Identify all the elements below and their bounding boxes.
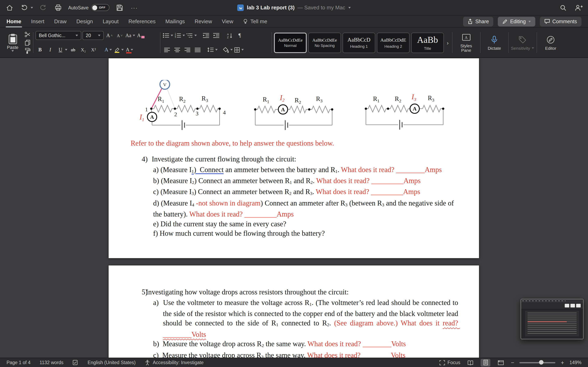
font-color-button[interactable]: A xyxy=(125,45,134,54)
editor-button[interactable]: Editor xyxy=(539,30,562,55)
language-indicator[interactable]: English (United States) xyxy=(87,360,136,365)
editing-mode-button[interactable]: Editing xyxy=(498,17,535,26)
document-title[interactable]: lab 3 Lab report (3) xyxy=(247,4,295,11)
style-no-spacing[interactable]: AaBbCcDdEe No Spacing xyxy=(308,33,341,53)
title-menu-chevron-icon[interactable] xyxy=(348,7,351,8)
paste-button[interactable]: Paste xyxy=(3,30,22,55)
undo-button[interactable] xyxy=(20,3,29,12)
style-heading-2[interactable]: AaBbCcDdE Heading 2 xyxy=(377,33,410,53)
multilevel-list-button[interactable] xyxy=(186,31,197,40)
screen-thumbnail-window[interactable] xyxy=(521,299,584,339)
numbered-list-button[interactable]: 123 xyxy=(174,31,185,40)
underline-button[interactable]: U xyxy=(56,45,65,54)
tab-home[interactable]: Home xyxy=(7,15,21,27)
tab-draw[interactable]: Draw xyxy=(54,15,67,27)
grow-font-button[interactable]: A˄ xyxy=(105,31,114,40)
copy-button[interactable] xyxy=(24,39,31,46)
zoom-in-button[interactable]: + xyxy=(561,359,564,366)
page-indicator[interactable]: Page 1 of 4 xyxy=(7,360,31,365)
search-icon[interactable] xyxy=(559,3,568,12)
style-title[interactable]: AaBb Title xyxy=(411,33,444,53)
more-commands-button[interactable]: ··· xyxy=(130,3,139,12)
tab-review[interactable]: Review xyxy=(195,15,212,27)
align-right-button[interactable] xyxy=(183,45,192,54)
borders-button[interactable] xyxy=(234,45,244,54)
document-page-2[interactable]: 5) Investigating how voltage drops acros… xyxy=(109,266,479,358)
document-page-1[interactable]: V A I1 1234 R1 R2 R3 xyxy=(109,58,479,258)
italic-button[interactable]: I xyxy=(46,45,55,54)
comments-button[interactable]: Comments xyxy=(540,17,581,26)
doc-line-q4e[interactable]: e) Did the current stay the same in ever… xyxy=(153,219,462,229)
zoom-level[interactable]: 149% xyxy=(570,360,581,365)
sensitivity-button[interactable]: Sensitivity xyxy=(511,30,534,55)
show-paragraph-marks-button[interactable]: ¶ xyxy=(235,31,244,40)
doc-line-q4d[interactable]: d) (Measure I4 -not shown in diagram) Co… xyxy=(153,199,462,219)
bullet-list-button[interactable] xyxy=(163,31,173,40)
shrink-font-button[interactable]: A˅ xyxy=(115,31,124,40)
underline-chevron-icon[interactable] xyxy=(65,49,67,50)
subscript-button[interactable]: X₂ xyxy=(79,45,88,54)
diagram-caption[interactable]: Refer to the diagram shown above, to hel… xyxy=(131,139,334,148)
doc-line-q4f[interactable]: f) How much current would be flowing thr… xyxy=(153,229,462,239)
doc-line-q4a[interactable]: a) (Measure I1) Connect an ammeter betwe… xyxy=(153,165,462,176)
tab-references[interactable]: References xyxy=(129,15,156,27)
line-spacing-button[interactable] xyxy=(207,45,218,54)
word-count[interactable]: 1132 words xyxy=(40,360,63,365)
tab-design[interactable]: Design xyxy=(76,15,93,27)
doc-line-q4b[interactable]: b) (Measure I2) Connect an ammeter betwe… xyxy=(153,176,462,187)
styles-gallery-more-button[interactable]: › xyxy=(445,39,450,46)
styles-pane-button[interactable]: A StylesPane xyxy=(454,30,478,55)
doc-line-q5a[interactable]: a) Use the voltmeter to measure the volt… xyxy=(153,298,458,340)
web-layout-button[interactable] xyxy=(496,359,506,366)
tab-layout[interactable]: Layout xyxy=(103,15,119,27)
shading-button[interactable] xyxy=(223,45,233,54)
sort-button[interactable]: AZ xyxy=(225,31,234,40)
tell-me-button[interactable]: Tell me xyxy=(243,18,267,25)
print-button[interactable] xyxy=(53,3,62,12)
text-effects-button[interactable]: A xyxy=(104,45,113,54)
decrease-indent-button[interactable] xyxy=(201,31,210,40)
doc-line-q5b[interactable]: b) Measure the voltage drop across R2 th… xyxy=(153,340,458,351)
redo-button[interactable] xyxy=(39,3,48,12)
font-name-select[interactable]: Bell Gothic... xyxy=(35,31,81,40)
share-button[interactable]: Share xyxy=(463,17,493,26)
print-layout-button[interactable] xyxy=(481,359,490,366)
question-4-heading[interactable]: 4) Investigate the current flowing throu… xyxy=(142,155,464,164)
dictate-button[interactable]: Dictate xyxy=(483,30,506,55)
bold-button[interactable]: B xyxy=(35,45,44,54)
proofing-status-icon[interactable] xyxy=(72,360,79,365)
align-left-button[interactable] xyxy=(163,45,172,54)
zoom-slider[interactable] xyxy=(520,362,555,363)
highlight-button[interactable] xyxy=(114,45,124,54)
cut-button[interactable] xyxy=(24,31,31,38)
document-canvas[interactable]: V A I1 1234 R1 R2 R3 xyxy=(0,58,588,358)
style-heading-1[interactable]: AaBbCcD Heading 1 xyxy=(343,33,375,53)
style-normal[interactable]: AaBbCcDdEe Normal xyxy=(274,33,307,53)
format-painter-button[interactable] xyxy=(24,47,31,54)
align-center-button[interactable] xyxy=(173,45,182,54)
home-icon[interactable] xyxy=(5,3,14,12)
read-mode-button[interactable] xyxy=(466,359,475,366)
clear-formatting-button[interactable]: A xyxy=(136,31,145,40)
circuit-diagram-image[interactable]: V A I1 1234 R1 R2 R3 xyxy=(131,80,458,138)
question-5-heading[interactable]: 5) Investigating how voltage drops acros… xyxy=(142,287,464,297)
accessibility-status[interactable]: Accessibility: Investigate xyxy=(145,359,204,366)
save-button[interactable] xyxy=(115,3,124,12)
doc-line-q4c[interactable]: c) (Measure I3) Connect an ammeter betwe… xyxy=(153,187,462,199)
justify-button[interactable] xyxy=(193,45,202,54)
focus-mode-button[interactable]: Focus xyxy=(439,360,460,365)
increase-indent-button[interactable] xyxy=(212,31,221,40)
strikethrough-button[interactable]: ab xyxy=(69,45,78,54)
doc-line-q5c[interactable]: c) Measure the voltage drop across R3 th… xyxy=(153,351,458,358)
zoom-out-button[interactable]: − xyxy=(511,359,514,366)
tab-insert[interactable]: Insert xyxy=(31,15,44,27)
tab-mailings[interactable]: Mailings xyxy=(165,15,185,27)
zoom-slider-thumb[interactable] xyxy=(539,360,544,365)
superscript-button[interactable]: X² xyxy=(89,45,98,54)
autosave-toggle[interactable]: OFF xyxy=(91,4,109,11)
tab-view[interactable]: View xyxy=(222,15,233,27)
share-profile-icon[interactable] xyxy=(574,3,583,12)
font-size-select[interactable]: 20 xyxy=(82,31,104,40)
change-case-button[interactable]: Aa xyxy=(125,31,135,40)
undo-history-chevron-icon[interactable] xyxy=(31,7,33,8)
